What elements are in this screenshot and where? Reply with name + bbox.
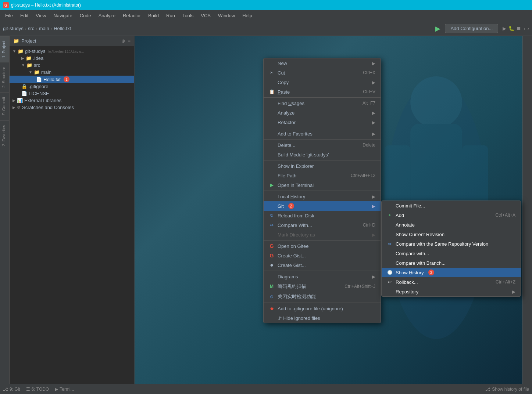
ctx-find-usages[interactable]: Find Usages Alt+F7 (264, 98, 381, 108)
tree-idea[interactable]: ▶ 📁 .idea (10, 55, 134, 62)
menu-code[interactable]: Code (76, 11, 95, 20)
ctx-add-gitignore[interactable]: ◆ Add to .gitignore file (unignore) (264, 304, 381, 313)
collapse-icon[interactable]: ⊕ (121, 38, 125, 44)
git-repository[interactable]: Repository ▶ (382, 287, 521, 296)
git-compare-same[interactable]: ⇔ Compare with the Same Repository Versi… (382, 239, 521, 249)
diagrams-icon (269, 274, 275, 279)
svg-point-1 (410, 76, 462, 128)
current-icon (387, 231, 393, 237)
ctx-git[interactable]: Git 2 ▶ Commit File... + Add Ctrl+Alt+A (264, 201, 381, 211)
ctx-show-explorer[interactable]: Show in Explorer (264, 161, 381, 171)
status-todo[interactable]: ☰ 6: TODO (26, 387, 49, 392)
menu-view[interactable]: View (32, 11, 50, 20)
debug-icon[interactable]: 🐛 (508, 26, 514, 31)
git-compare-with[interactable]: Compare with... (382, 249, 521, 258)
sidebar-tab-commit[interactable]: Z: Commit (0, 92, 9, 120)
ctx-copy[interactable]: Copy ▶ (264, 77, 381, 87)
menu-vcs[interactable]: VCS (197, 11, 214, 20)
terminal-icon: ▶ (269, 182, 275, 188)
tree-gitignore[interactable]: 🔒 .gitignore (10, 83, 134, 90)
breadcrumb-src[interactable]: src (28, 26, 34, 31)
breadcrumb-project[interactable]: git-studys (3, 26, 24, 31)
menu-edit[interactable]: Edit (17, 11, 32, 20)
menu-bar: File Edit View Navigate Code Analyze Ref… (0, 10, 532, 21)
git-show-current[interactable]: Show Current Revision (382, 229, 521, 239)
ctx-mark-arrow: ▶ (372, 232, 375, 238)
git-rollback[interactable]: ↩ Rollback... Ctrl+Alt+Z (382, 277, 521, 287)
ctx-new[interactable]: New ▶ (264, 58, 381, 68)
project-panel: 📁 Project ⊕ ≡ ▼ 📁 git-studys E:\beifen11… (10, 36, 135, 384)
git-annotate[interactable]: Annotate (382, 220, 521, 229)
ctx-open-terminal[interactable]: ▶ Open in Terminal (264, 180, 381, 190)
menu-window[interactable]: Window (214, 11, 239, 20)
ctx-mark-directory[interactable]: Mark Directory as ▶ (264, 230, 381, 239)
status-git[interactable]: ⎇ 9: Git (3, 387, 20, 392)
ctx-cut[interactable]: ✂ Cut Ctrl+X (264, 68, 381, 77)
settings-icon[interactable]: ≡ (128, 38, 131, 44)
ctx-paste[interactable]: 📋 Paste Ctrl+V (264, 87, 381, 97)
ctx-compare-with[interactable]: ⇔ Compare With... Ctrl+D (264, 220, 381, 230)
git-commit-file[interactable]: Commit File... (382, 201, 521, 210)
status-history[interactable]: ⎇ Show history of file (485, 387, 529, 392)
git-show-history[interactable]: 🕐 Show History 3 (382, 268, 521, 277)
ctx-add-favorites[interactable]: Add to Favorites ▶ (264, 129, 381, 138)
menu-analyze[interactable]: Analyze (95, 11, 119, 20)
ctx-sep-5 (264, 191, 381, 191)
menu-build[interactable]: Build (144, 11, 163, 20)
ctx-code-scan[interactable]: M 编码规约扫描 Ctrl+Alt+Shift+J (264, 281, 381, 292)
sidebar-tab-project[interactable]: 1: Project (0, 36, 9, 62)
right-content: New ▶ ✂ Cut Ctrl+X Copy ▶ 📋 Paste Ctrl+V (135, 36, 522, 384)
menu-help[interactable]: Help (239, 11, 256, 20)
status-terminal[interactable]: ▶ Termi... (55, 387, 74, 392)
delete-icon (269, 142, 275, 148)
menu-run[interactable]: Run (163, 11, 179, 20)
sidebar-tab-structure[interactable]: 2: Structure (0, 62, 9, 92)
ctx-delete[interactable]: Delete... Delete (264, 140, 381, 150)
git-compare-same-label: Compare with the Same Repository Version (396, 241, 488, 247)
build-icon[interactable]: ▶ (503, 26, 506, 31)
next-icon[interactable]: › (528, 26, 529, 31)
prev-icon[interactable]: ‹ (524, 26, 525, 31)
stop-icon[interactable]: ⏹ (517, 26, 521, 31)
tree-external-libs[interactable]: ▶ 📊 External Libraries (10, 97, 134, 104)
tree-main[interactable]: ▼ 📁 main (10, 69, 134, 76)
git-add[interactable]: + Add Ctrl+Alt+A (382, 210, 521, 220)
gitee-icon: G (269, 243, 275, 249)
ctx-close-realtime[interactable]: ⊘ 关闭实时检测功能 (264, 292, 381, 302)
git-compare-branch[interactable]: Compare with Branch... (382, 258, 521, 268)
right-sidebar (522, 36, 532, 384)
ctx-diagrams[interactable]: Diagrams ▶ (264, 272, 381, 281)
ctx-reload[interactable]: ↻ Reload from Disk (264, 211, 381, 220)
ctx-create-gist-2[interactable]: ● Create Gist... (264, 260, 381, 270)
path-icon (269, 173, 275, 178)
breadcrumb-main[interactable]: main (39, 26, 49, 31)
ctx-create-gist-1[interactable]: G Create Gist... (264, 251, 381, 260)
add-configuration-button[interactable]: Add Configuration... (445, 24, 498, 33)
tree-scratches[interactable]: ▶ ⚙ Scratches and Consoles (10, 104, 134, 111)
file-icon-gitignore: 🔒 (21, 84, 27, 89)
ctx-refactor[interactable]: Refactor ▶ (264, 118, 381, 127)
expand-arrow-main: ▼ (29, 70, 32, 74)
folder-icon: 📁 (13, 38, 19, 44)
menu-tools[interactable]: Tools (179, 11, 197, 20)
tree-hello-txt[interactable]: 📄 Hello.txt 1 (10, 76, 134, 83)
tree-src[interactable]: ▼ 📁 src (10, 62, 134, 69)
ctx-build-module[interactable]: Build Module 'git-studys' (264, 150, 381, 159)
sidebar-tab-favorites[interactable]: 2: Favorites (0, 120, 9, 150)
ctx-file-path[interactable]: File Path Ctrl+Alt+F12 (264, 171, 381, 180)
tree-git-studys[interactable]: ▼ 📁 git-studys E:\beifen111\Java... (10, 48, 134, 55)
menu-file[interactable]: File (1, 11, 17, 20)
breadcrumb-file[interactable]: Hello.txt (54, 26, 71, 31)
status-todo-label: 6: TODO (32, 387, 49, 392)
ctx-open-gitee[interactable]: G Open on Gitee (264, 241, 381, 251)
menu-navigate[interactable]: Navigate (50, 11, 76, 20)
build-icon-ctx (269, 152, 275, 158)
ctx-analyze[interactable]: Analyze ▶ (264, 108, 381, 118)
ctx-hide-ignored[interactable]: .i* Hide ignored files (264, 313, 381, 323)
project-header: 📁 Project ⊕ ≡ (10, 36, 134, 46)
gist-icon-2: ● (269, 262, 275, 268)
menu-refactor[interactable]: Refactor (119, 11, 144, 20)
tree-license[interactable]: 📄 LICENSE (10, 90, 134, 97)
ctx-close-realtime-label: 关闭实时检测功能 (278, 293, 316, 300)
ctx-local-history[interactable]: Local History ▶ (264, 192, 381, 201)
